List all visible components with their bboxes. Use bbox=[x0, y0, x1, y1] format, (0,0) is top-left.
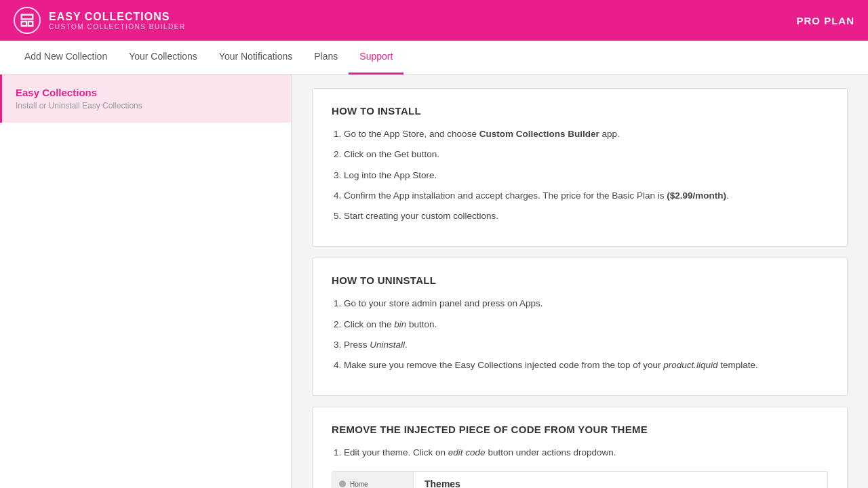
uninstall-step-4-before: Make sure you remove the Easy Collection… bbox=[344, 360, 663, 370]
remove-code-step-1-italic: edit code bbox=[448, 447, 486, 458]
install-step-4-after: . bbox=[726, 190, 729, 201]
install-step-4-before: Confirm the App installation and accept … bbox=[344, 190, 667, 201]
uninstall-step-3-after: . bbox=[405, 340, 408, 350]
uninstall-step-3: Press Uninstall. bbox=[344, 338, 828, 352]
nav-your-collections[interactable]: Your Collections bbox=[118, 41, 208, 75]
plan-badge: PRO PLAN bbox=[796, 15, 854, 26]
uninstall-step-4-italic: product.liquid bbox=[663, 360, 717, 370]
nav-notifications[interactable]: Your Notifications bbox=[208, 41, 303, 75]
install-step-3: Log into the App Store. bbox=[344, 169, 828, 182]
install-step-1-after: app. bbox=[599, 129, 620, 139]
app-subtitle: CUSTOM COLLECTIONS BUILDER bbox=[49, 23, 186, 30]
install-step-1-bold: Custom Collections Builder bbox=[479, 129, 599, 139]
uninstall-step-1-text: Go to your store admin panel and press o… bbox=[344, 298, 542, 308]
theme-admin-sidebar: Home Orders Products Customers bbox=[332, 472, 414, 489]
nav-support[interactable]: Support bbox=[349, 41, 403, 75]
remove-code-step-1-after: button under actions dropdown. bbox=[486, 447, 616, 458]
sidebar-item-easy-collections[interactable]: Easy Collections Install or Uninstall Ea… bbox=[0, 75, 291, 123]
uninstall-step-2-italic: bin bbox=[394, 319, 406, 329]
uninstall-step-2: Click on the bin button. bbox=[344, 318, 828, 331]
theme-sidebar-home: Home bbox=[332, 477, 413, 489]
app-title: EASY COLLECTIONS bbox=[49, 11, 186, 23]
sidebar-item-subtitle: Install or Uninstall Easy Collections bbox=[16, 101, 277, 110]
install-step-4-bold: ($2.99/month) bbox=[667, 190, 726, 201]
sidebar: Easy Collections Install or Uninstall Ea… bbox=[0, 75, 292, 488]
themes-page-title: Themes bbox=[425, 479, 816, 489]
page-layout: Easy Collections Install or Uninstall Ea… bbox=[0, 75, 868, 488]
uninstall-section: HOW TO UNINSTALL Go to your store admin … bbox=[312, 258, 848, 396]
theme-screenshot: Home Orders Products Customers bbox=[332, 471, 828, 489]
install-step-1: Go to the App Store, and choose Custom C… bbox=[344, 127, 828, 141]
install-step-1-before: Go to the App Store, and choose bbox=[344, 129, 479, 139]
install-title: HOW TO INSTALL bbox=[332, 105, 828, 117]
logo-text: EASY COLLECTIONS CUSTOM COLLECTIONS BUIL… bbox=[49, 11, 186, 30]
install-section: HOW TO INSTALL Go to the App Store, and … bbox=[312, 88, 848, 247]
sidebar-item-title: Easy Collections bbox=[16, 87, 277, 98]
install-step-4: Confirm the App installation and accept … bbox=[344, 189, 828, 203]
install-step-5: Start creating your custom collections. bbox=[344, 209, 828, 223]
uninstall-steps: Go to your store admin panel and press o… bbox=[332, 297, 828, 372]
install-step-2: Click on the Get button. bbox=[344, 148, 828, 161]
nav-plans[interactable]: Plans bbox=[303, 41, 349, 75]
remove-code-step-1-before: Edit your theme. Click on bbox=[344, 447, 448, 458]
install-step-5-text: Start creating your custom collections. bbox=[344, 211, 498, 221]
remove-code-step-1: Edit your theme. Click on edit code butt… bbox=[344, 446, 828, 460]
uninstall-step-2-after: button. bbox=[406, 319, 437, 329]
app-header: EASY COLLECTIONS CUSTOM COLLECTIONS BUIL… bbox=[0, 0, 868, 41]
uninstall-step-4-after: template. bbox=[718, 360, 758, 370]
main-content: HOW TO INSTALL Go to the App Store, and … bbox=[292, 75, 868, 488]
remove-code-title: REMOVE THE INJECTED PIECE OF CODE FROM Y… bbox=[332, 424, 828, 435]
uninstall-step-3-before: Press bbox=[344, 340, 370, 350]
uninstall-step-3-italic: Uninstall bbox=[370, 340, 405, 350]
uninstall-title: HOW TO UNINSTALL bbox=[332, 274, 828, 286]
install-steps: Go to the App Store, and choose Custom C… bbox=[332, 127, 828, 223]
main-nav: Add New Collection Your Collections Your… bbox=[0, 41, 868, 75]
nav-add-collection[interactable]: Add New Collection bbox=[14, 41, 118, 75]
install-step-2-text: Click on the Get button. bbox=[344, 149, 439, 159]
uninstall-step-2-before: Click on the bbox=[344, 319, 394, 329]
remove-code-steps: Edit your theme. Click on edit code butt… bbox=[332, 446, 828, 460]
logo-area: EASY COLLECTIONS CUSTOM COLLECTIONS BUIL… bbox=[14, 7, 186, 34]
logo-icon bbox=[14, 7, 41, 34]
theme-admin-main: Themes View your store Current theme Deb… bbox=[414, 472, 827, 489]
home-icon bbox=[339, 481, 346, 487]
remove-code-section: REMOVE THE INJECTED PIECE OF CODE FROM Y… bbox=[312, 407, 848, 488]
install-step-3-text: Log into the App Store. bbox=[344, 170, 437, 180]
uninstall-step-4: Make sure you remove the Easy Collection… bbox=[344, 359, 828, 372]
theme-sidebar-home-label: Home bbox=[350, 481, 368, 488]
uninstall-step-1: Go to your store admin panel and press o… bbox=[344, 297, 828, 310]
